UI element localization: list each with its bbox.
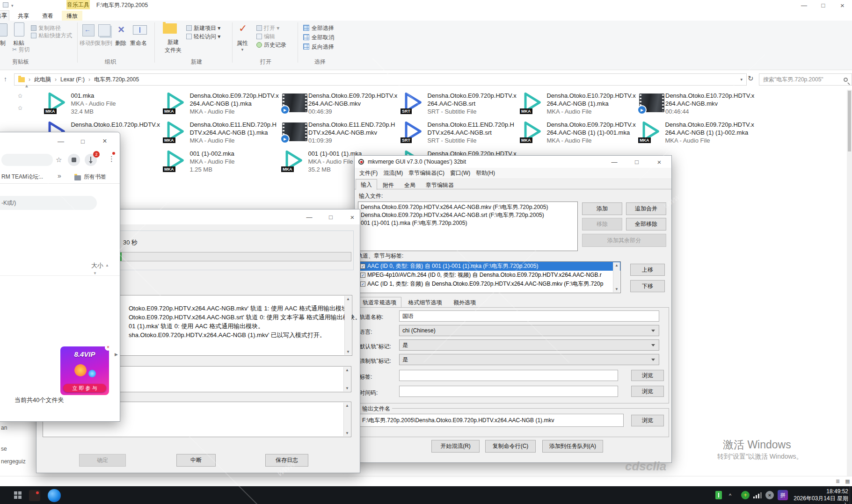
- tab-share[interactable]: 共享: [13, 11, 34, 22]
- usb-tray-icon[interactable]: [715, 491, 722, 499]
- history-button[interactable]: 历史记录: [256, 41, 286, 49]
- menu-help[interactable]: 帮助(H): [473, 168, 498, 178]
- checkbox-checked-icon[interactable]: ✓: [360, 264, 365, 269]
- address-field[interactable]: › 此电脑 › Lexar (F:) › 电车男.720p.2005 ▾: [14, 73, 747, 86]
- mkvmerge-maximize-button[interactable]: □: [630, 157, 644, 166]
- copy-command-line-button[interactable]: 复制命令行(C): [485, 440, 536, 453]
- promo-close-icon[interactable]: ×: [105, 344, 111, 351]
- antivirus-tray-icon[interactable]: +: [741, 491, 750, 499]
- input-file-item[interactable]: Densha.Otoko.E09.720p.HDTV.x264.AAC-NGB.…: [361, 211, 575, 219]
- explorer-close-button[interactable]: ×: [833, 0, 852, 10]
- output-browse-button[interactable]: 浏览: [631, 415, 664, 426]
- easy-access-button[interactable]: 轻松访问 ▾: [186, 33, 220, 41]
- output-filename-input[interactable]: F:\电车男.720p.2005\Densha.Otoko.E09.720p.H…: [359, 414, 624, 427]
- file-tile[interactable]: MKA Densha.Otoko.E09.720p.HDTV.x264.AAC-…: [639, 121, 756, 144]
- add-to-job-queue-button[interactable]: 添加到任务队列(A): [542, 440, 603, 453]
- file-tile[interactable]: MKA 001.mkaMKA - Audio File32.4 MB: [45, 92, 162, 115]
- copy-to-button[interactable]: 复制到: [95, 39, 112, 47]
- select-all-button[interactable]: 全部选择: [303, 24, 334, 32]
- file-tile[interactable]: MKA 001 (1)-002.mkaMKA - Audio File1.25 …: [164, 150, 281, 173]
- nav-item-text[interactable]: an: [1, 425, 7, 431]
- all-bookmarks-label[interactable]: 所有书签: [84, 173, 106, 181]
- pin-icon[interactable]: ✩: [18, 93, 22, 99]
- select-none-button[interactable]: 全部取消: [303, 34, 334, 42]
- menu-window[interactable]: 窗口(W): [447, 168, 473, 178]
- timecode-browse-button[interactable]: 浏览: [631, 386, 664, 397]
- track-row[interactable]: ✓MPEG-4p10/AVC/h.264 (ID 0, 类型: 视频) 自 De…: [358, 271, 620, 280]
- file-tile[interactable]: MKA Densha.Otoko.E09.720p.HDTV.x264.AAC-…: [164, 92, 281, 115]
- track-name-input[interactable]: 国语: [399, 310, 659, 322]
- file-tile[interactable]: SRT Densha.Otoko.E11.END.720p.HDTV.x264.…: [401, 121, 518, 144]
- file-tile[interactable]: MKA Densha.Otoko.E09.720p.HDTV.x264.AAC-…: [521, 121, 638, 144]
- menu-chapter-editor[interactable]: 章节编辑器(C): [406, 168, 447, 178]
- file-tile[interactable]: MKA Densha.Otoko.E11.END.720p.HDTV.x264.…: [164, 121, 281, 144]
- dialog-close-button[interactable]: ×: [346, 212, 358, 222]
- errors-scrollbar[interactable]: ▲▼: [343, 403, 350, 436]
- extensions-icon[interactable]: [68, 154, 80, 166]
- track-row-selected[interactable]: ✓AAC (ID 0, 类型: 音频) 自 001 (1)-001 (1).mk…: [358, 262, 620, 271]
- delete-button[interactable]: 删除: [115, 39, 126, 47]
- default-track-select[interactable]: 是: [399, 339, 659, 351]
- breadcrumb-folder[interactable]: 电车男.720p.2005: [94, 76, 139, 84]
- timecode-input[interactable]: [399, 386, 618, 397]
- dialog-minimize-button[interactable]: —: [303, 212, 315, 222]
- tray-chevron-icon[interactable]: ^: [729, 493, 731, 498]
- ime-tray-icon[interactable]: 拼: [778, 490, 788, 500]
- open-button[interactable]: 打开 ▾: [256, 24, 279, 32]
- abort-button[interactable]: 中断: [176, 454, 216, 467]
- page-scroll-arrow-icon[interactable]: ▶: [115, 352, 118, 356]
- edit-button[interactable]: 编辑: [256, 33, 275, 41]
- browser-maximize-button[interactable]: □: [76, 136, 90, 146]
- append-button[interactable]: 追加合并: [626, 202, 666, 215]
- tab-play[interactable]: 播放: [62, 11, 82, 22]
- promo-banner[interactable]: 8.4VIP × 立 即 参 与: [60, 346, 109, 395]
- paste-shortcut-button[interactable]: 粘贴快捷方式: [31, 32, 72, 40]
- remove-all-button[interactable]: 全部移除: [626, 218, 666, 230]
- mkvmerge-close-button[interactable]: ×: [652, 157, 666, 166]
- file-tile[interactable]: SRT Densha.Otoko.E09.720p.HDTV.x264.AAC-…: [401, 92, 518, 115]
- cut-button[interactable]: ✂ 剪切: [12, 46, 29, 54]
- view-toggle-icons[interactable]: ≣ ▦: [836, 478, 852, 484]
- input-file-item[interactable]: Densha.Otoko.E09.720p.HDTV.x264.AAC-NGB.…: [361, 203, 575, 211]
- kebab-menu-icon[interactable]: ⋮: [108, 155, 115, 163]
- quick-access-dropdown-icon[interactable]: ▾: [11, 3, 14, 8]
- start-button[interactable]: [14, 491, 22, 499]
- input-files-listbox[interactable]: Densha.Otoko.E09.720p.HDTV.x264.AAC-NGB.…: [358, 202, 578, 251]
- ok-button[interactable]: 确定: [79, 454, 126, 467]
- remove-button[interactable]: 移除: [582, 218, 622, 230]
- copy-path-button[interactable]: 复制路径: [31, 24, 61, 32]
- move-up-button[interactable]: 上移: [630, 264, 665, 276]
- rename-button[interactable]: 重命名: [130, 39, 147, 47]
- taskbar-browser-icon[interactable]: [48, 489, 61, 502]
- tab-chapter-editor[interactable]: 章节编辑器: [421, 180, 459, 191]
- browser-address-bar[interactable]: [1, 154, 53, 166]
- context-tab-music-tools[interactable]: 音乐工具: [66, 0, 90, 9]
- menu-file[interactable]: 文件(F): [357, 168, 380, 178]
- tab-extra-options[interactable]: 额外选项: [449, 297, 481, 308]
- page-search-pill[interactable]: -K或/): [0, 196, 97, 210]
- checkbox-checked-icon[interactable]: ✓: [360, 273, 365, 278]
- bookmark-item[interactable]: RM TEAM论坛:..: [1, 173, 43, 181]
- quick-access-icon[interactable]: [3, 2, 8, 7]
- copy-button-label[interactable]: 制: [0, 39, 6, 47]
- up-arrow-button[interactable]: ↑: [4, 75, 7, 83]
- start-muxing-button[interactable]: 开始混流(R): [431, 440, 480, 453]
- add-button[interactable]: 添加: [582, 202, 622, 215]
- menu-muxing[interactable]: 混流(M): [380, 168, 406, 178]
- forced-track-select[interactable]: 是: [399, 354, 659, 365]
- input-file-item[interactable]: 001 (1)-001 (1).mka (F:\电车男.720p.2005): [361, 219, 575, 227]
- browser-close-button[interactable]: ×: [98, 136, 112, 146]
- scroll-up-icon[interactable]: ▲: [24, 83, 29, 88]
- move-to-button[interactable]: 移动到: [80, 39, 96, 47]
- tags-input[interactable]: [399, 370, 618, 381]
- tab-general-track-options[interactable]: 轨道常规选项: [357, 297, 401, 308]
- warnings-scrollbar[interactable]: ▲▼: [343, 367, 350, 391]
- file-tile[interactable]: ▶ Densha.Otoko.E09.720p.HDTV.x264.AAC-NG…: [282, 92, 399, 115]
- move-down-button[interactable]: 下移: [630, 280, 665, 292]
- file-tile[interactable]: ▶ Densha.Otoko.E10.720p.HDTV.x264.AAC-NG…: [639, 92, 756, 115]
- search-icon[interactable]: [844, 78, 848, 82]
- search-input[interactable]: 搜索"电车男.720p.2005": [759, 73, 852, 86]
- save-log-button[interactable]: 保存日志: [265, 454, 308, 467]
- file-list-scrollbar[interactable]: [847, 90, 852, 476]
- show-desktop-button[interactable]: [850, 486, 850, 504]
